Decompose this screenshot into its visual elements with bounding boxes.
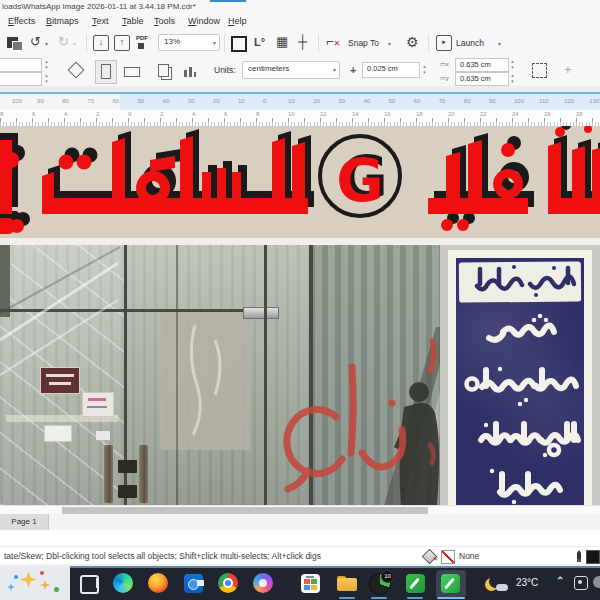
snap-to-caret-icon[interactable]: ▾ [388, 40, 391, 47]
export-button[interactable]: ↑ [114, 35, 130, 51]
duplicate-x-value: 0.635 cm [460, 60, 491, 69]
current-page-icon[interactable] [184, 65, 196, 77]
ruler-number: 100 [12, 98, 22, 104]
treat-as-filled-icon[interactable] [532, 63, 547, 78]
zoom-level-value: 13% [164, 37, 180, 46]
page-tab-1[interactable]: Page 1 [0, 514, 49, 530]
page-height-field[interactable] [0, 72, 42, 86]
title-bar: loads\WhatsApp Image 2026-01-11 at 3.44.… [0, 0, 600, 13]
landscape-orientation-icon[interactable] [124, 67, 140, 77]
poster-scribbles [191, 325, 220, 435]
empty-strip [0, 530, 600, 546]
nudge-offset-icon: + [350, 64, 356, 76]
spinner-arrows[interactable]: ▴▾ [508, 72, 517, 84]
show-grid-icon[interactable]: ▦ [276, 34, 288, 50]
menu-window[interactable]: Window [188, 16, 220, 26]
tray-chevron-icon[interactable]: ⌃ [556, 575, 564, 586]
property-bar: ▴▾ ▴▾ Units: centimeters ▾ + 0.025 cm ▴▾… [0, 56, 600, 87]
ruler-number: 6 [224, 111, 227, 117]
spinner-arrows[interactable]: ▴▾ [42, 58, 51, 70]
duplicate-x-field[interactable]: 0.635 cm [455, 58, 509, 72]
launch-icon[interactable]: ▸ [436, 35, 452, 51]
spinner-arrows[interactable]: ▴▾ [42, 72, 51, 84]
duplicate-y-value: 0.635 cm [460, 74, 491, 83]
show-guidelines-icon[interactable]: ┼ [298, 34, 307, 50]
tray-icon-clipped[interactable] [593, 576, 600, 588]
running-underline-active [437, 597, 465, 599]
duplicate-y-field[interactable]: 0.635 cm [455, 72, 509, 86]
undo-button[interactable]: ↺ [30, 34, 41, 50]
sign-line5 [490, 469, 560, 504]
units-label: Units: [214, 65, 236, 75]
running-underline [339, 597, 355, 599]
ruler-number: 18 [416, 111, 423, 117]
ruler-number: 20 [213, 98, 220, 104]
redo-dropdown-caret[interactable]: ▾ [73, 40, 76, 47]
rotate-page-icon[interactable] [68, 62, 85, 79]
undo-dropdown-caret[interactable]: ▾ [45, 40, 48, 47]
menu-text[interactable]: Text [92, 16, 109, 26]
import-button[interactable]: ↓ [93, 35, 109, 51]
ruler-number: 10 [288, 111, 295, 117]
widgets-button[interactable] [0, 566, 70, 600]
publish-to-pdf-button[interactable]: PDF [136, 35, 148, 41]
temperature-label[interactable]: 23°C [516, 577, 538, 588]
snap-to-dropdown[interactable]: Snap To [348, 38, 379, 48]
ruler-number: 100 [514, 98, 524, 104]
outline-color-swatch[interactable] [586, 550, 600, 564]
ruler-number: 6 [32, 111, 35, 117]
redo-button[interactable]: ↻ [58, 34, 69, 50]
ruler-number: 2 [160, 111, 163, 117]
file-explorer-icon[interactable] [337, 578, 357, 591]
page-width-field[interactable] [0, 58, 42, 72]
ruler-number: 50 [138, 98, 145, 104]
launch-dropdown[interactable]: Launch [456, 38, 484, 48]
ruler-number: 24 [512, 111, 519, 117]
launch-caret-icon[interactable]: ▾ [498, 40, 501, 47]
scrollbar-thumb[interactable] [62, 507, 428, 514]
options-gear-icon[interactable]: ⚙ [406, 34, 419, 50]
toolbar-separator [86, 34, 87, 52]
ruler-number: 0 [128, 111, 131, 117]
window-title: loads\WhatsApp Image 2026-01-11 at 3.44.… [2, 2, 196, 11]
spinner-arrows[interactable]: ▴▾ [508, 58, 517, 70]
menu-tools[interactable]: Tools [154, 16, 175, 26]
sign-line2 [489, 314, 554, 340]
menu-table[interactable]: Table [122, 16, 144, 26]
fill-none-swatch[interactable] [441, 550, 455, 564]
ruler-top: 1009080706050403020100102030405060708090… [0, 94, 600, 110]
outlook-icon-part [197, 580, 204, 586]
fill-x-mark: ✕ [433, 557, 438, 562]
snap-off-icon[interactable]: ⌐✕ [326, 34, 340, 52]
add-button[interactable]: + [564, 62, 572, 77]
units-combobox[interactable]: centimeters ▾ [242, 61, 340, 79]
sign-line1 [477, 265, 574, 297]
ruler-number: 28 [576, 111, 583, 117]
ruler-number: 50 [389, 98, 396, 104]
ruler-number: 14 [352, 111, 359, 117]
show-rulers-icon[interactable]: L° [254, 34, 265, 50]
nudge-offset-value: 0.025 cm [367, 64, 398, 73]
ruler-number: 2 [96, 111, 99, 117]
canvas-banner-artwork[interactable]: G G [0, 126, 600, 238]
weather-cloud-icon [496, 584, 508, 591]
edge-icon[interactable] [113, 573, 133, 593]
portrait-orientation-icon[interactable] [101, 64, 111, 79]
active-document-tab-indicator [210, 0, 246, 2]
tray-icon-dot [578, 580, 582, 584]
fullscreen-preview-icon[interactable] [231, 36, 247, 52]
nudge-offset-field[interactable]: 0.025 cm [362, 62, 420, 78]
firefox-icon[interactable] [148, 573, 168, 593]
task-view-icon-part [96, 578, 98, 588]
canvas-photo-artwork[interactable] [0, 245, 600, 505]
notification-badge: 10 [381, 570, 394, 583]
menu-help[interactable]: Help [228, 16, 247, 26]
spinner-arrows[interactable]: ▴▾ [420, 63, 429, 75]
status-bar: tate/Skew; Dbl-clicking tool selects all… [0, 546, 600, 565]
ruler-number: 40 [363, 98, 370, 104]
copilot-icon-center [259, 579, 267, 587]
menu-bitmaps[interactable]: Bitmaps [46, 16, 79, 26]
menu-effects[interactable]: Effects [8, 16, 35, 26]
all-pages-icon[interactable] [158, 64, 169, 77]
zoom-level-combobox[interactable]: 13% ▾ [158, 34, 220, 51]
